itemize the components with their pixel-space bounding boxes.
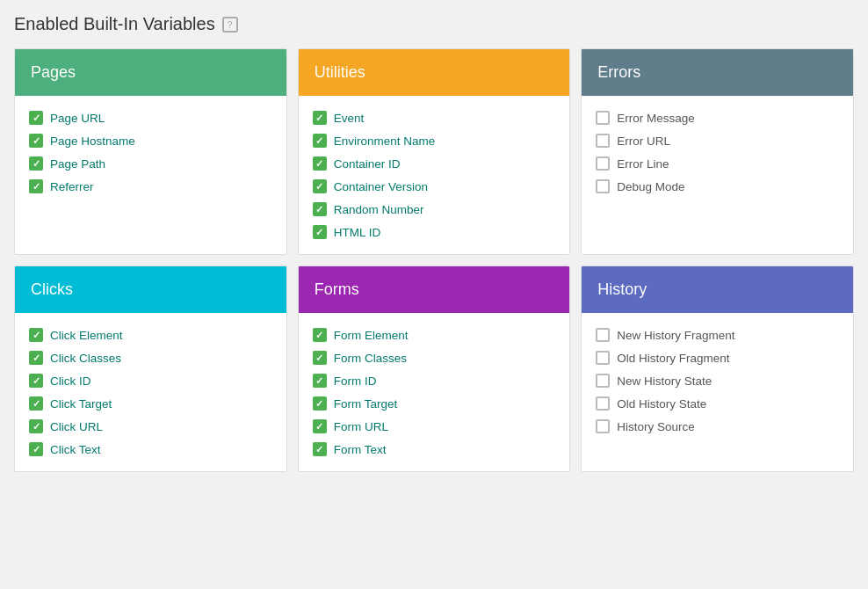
checkbox-form-element[interactable]	[313, 328, 327, 342]
variable-label: Form Target	[334, 397, 398, 411]
list-item[interactable]: Click Text	[29, 438, 272, 461]
card-header-errors: Errors	[582, 49, 853, 96]
list-item[interactable]: New History Fragment	[596, 324, 839, 346]
checkbox-form-url[interactable]	[313, 419, 327, 433]
checkbox-container-version[interactable]	[313, 179, 327, 193]
checkbox-debug-mode[interactable]	[596, 179, 610, 193]
variable-label: Page URL	[50, 112, 105, 125]
list-item[interactable]: Debug Mode	[596, 175, 839, 198]
checkbox-click-element[interactable]	[29, 328, 43, 342]
variable-label: Form ID	[334, 374, 377, 388]
checkbox-form-target[interactable]	[313, 396, 327, 411]
list-item[interactable]: HTML ID	[313, 221, 556, 244]
variable-label: Page Hostname	[50, 135, 135, 148]
list-item[interactable]: Error Message	[596, 106, 839, 129]
list-item[interactable]: Form Text	[313, 438, 556, 461]
list-item[interactable]: Old History State	[596, 392, 839, 415]
checkbox-click-id[interactable]	[29, 374, 43, 388]
checkbox-form-id[interactable]	[313, 374, 327, 388]
checkbox-history-source[interactable]	[596, 419, 610, 433]
list-item[interactable]: Container Version	[313, 175, 556, 198]
variable-label: Form Element	[334, 329, 409, 342]
list-item[interactable]: Error URL	[596, 129, 839, 152]
list-item[interactable]: Click Classes	[29, 346, 272, 369]
card-header-pages: Pages	[15, 49, 286, 96]
checkbox-new-history-state[interactable]	[596, 374, 610, 388]
checkbox-form-text[interactable]	[313, 442, 327, 456]
list-item[interactable]: Random Number	[313, 198, 556, 221]
variable-label: Old History State	[617, 397, 706, 411]
card-body-clicks: Click ElementClick ClassesClick IDClick …	[15, 313, 286, 471]
checkbox-click-url[interactable]	[29, 419, 43, 433]
card-history: HistoryNew History FragmentOld History F…	[581, 265, 854, 472]
list-item[interactable]: History Source	[596, 415, 839, 438]
list-item[interactable]: Page Path	[29, 152, 272, 175]
checkbox-page-path[interactable]	[29, 156, 43, 171]
list-item[interactable]: Click ID	[29, 369, 272, 392]
variables-grid: PagesPage URLPage HostnamePage PathRefer…	[14, 48, 854, 472]
checkbox-page-hostname[interactable]	[29, 134, 43, 148]
card-header-utilities: Utilities	[299, 49, 570, 96]
card-body-forms: Form ElementForm ClassesForm IDForm Targ…	[299, 313, 570, 471]
card-pages: PagesPage URLPage HostnamePage PathRefer…	[14, 48, 287, 255]
card-forms: FormsForm ElementForm ClassesForm IDForm…	[298, 265, 571, 472]
variable-label: Click Classes	[50, 352, 121, 365]
checkbox-new-history-fragment[interactable]	[596, 328, 610, 342]
variable-label: Container ID	[334, 157, 401, 171]
list-item[interactable]: Error Line	[596, 152, 839, 175]
list-item[interactable]: Form Classes	[313, 346, 556, 369]
list-item[interactable]: Click Element	[29, 324, 272, 346]
variable-label: Container Version	[334, 180, 428, 193]
list-item[interactable]: New History State	[596, 369, 839, 392]
variable-label: New History State	[617, 374, 712, 388]
card-body-pages: Page URLPage HostnamePage PathReferrer	[15, 96, 286, 208]
checkbox-page-url[interactable]	[29, 111, 43, 125]
variable-label: History Source	[617, 420, 695, 433]
list-item[interactable]: Old History Fragment	[596, 346, 839, 369]
list-item[interactable]: Form ID	[313, 369, 556, 392]
help-icon[interactable]: ?	[222, 17, 238, 33]
list-item[interactable]: Container ID	[313, 152, 556, 175]
checkbox-random-number[interactable]	[313, 202, 327, 216]
variable-label: Page Path	[50, 157, 105, 171]
list-item[interactable]: Referrer	[29, 175, 272, 198]
checkbox-event[interactable]	[313, 111, 327, 125]
variable-label: Error URL	[617, 135, 670, 148]
list-item[interactable]: Click Target	[29, 392, 272, 415]
list-item[interactable]: Environment Name	[313, 129, 556, 152]
checkbox-error-line[interactable]	[596, 156, 610, 171]
card-body-history: New History FragmentOld History Fragment…	[582, 313, 853, 448]
checkbox-click-classes[interactable]	[29, 351, 43, 365]
card-body-utilities: EventEnvironment NameContainer IDContain…	[299, 96, 570, 254]
checkbox-referrer[interactable]	[29, 179, 43, 193]
list-item[interactable]: Page URL	[29, 106, 272, 129]
list-item[interactable]: Form Element	[313, 324, 556, 346]
variable-label: Environment Name	[334, 135, 436, 148]
variable-label: Click URL	[50, 420, 103, 433]
variable-label: Random Number	[334, 203, 424, 216]
page-title: Enabled Built-In Variables	[14, 14, 215, 34]
list-item[interactable]: Click URL	[29, 415, 272, 438]
list-item[interactable]: Form URL	[313, 415, 556, 438]
variable-label: Click ID	[50, 374, 91, 388]
checkbox-error-message[interactable]	[596, 111, 610, 125]
page-header: Enabled Built-In Variables ?	[14, 14, 854, 34]
checkbox-container-id[interactable]	[313, 156, 327, 171]
variable-label: Error Line	[617, 157, 669, 171]
variable-label: HTML ID	[334, 226, 381, 239]
checkbox-form-classes[interactable]	[313, 351, 327, 365]
variable-label: Old History Fragment	[617, 352, 729, 365]
checkbox-click-target[interactable]	[29, 396, 43, 411]
checkbox-click-text[interactable]	[29, 442, 43, 456]
checkbox-html-id[interactable]	[313, 225, 327, 239]
checkbox-old-history-state[interactable]	[596, 396, 610, 411]
checkbox-environment-name[interactable]	[313, 134, 327, 148]
variable-label: Click Text	[50, 443, 101, 456]
list-item[interactable]: Event	[313, 106, 556, 129]
variable-label: Form Classes	[334, 352, 407, 365]
checkbox-error-url[interactable]	[596, 134, 610, 148]
variable-label: Event	[334, 112, 365, 125]
checkbox-old-history-fragment[interactable]	[596, 351, 610, 365]
list-item[interactable]: Form Target	[313, 392, 556, 415]
list-item[interactable]: Page Hostname	[29, 129, 272, 152]
